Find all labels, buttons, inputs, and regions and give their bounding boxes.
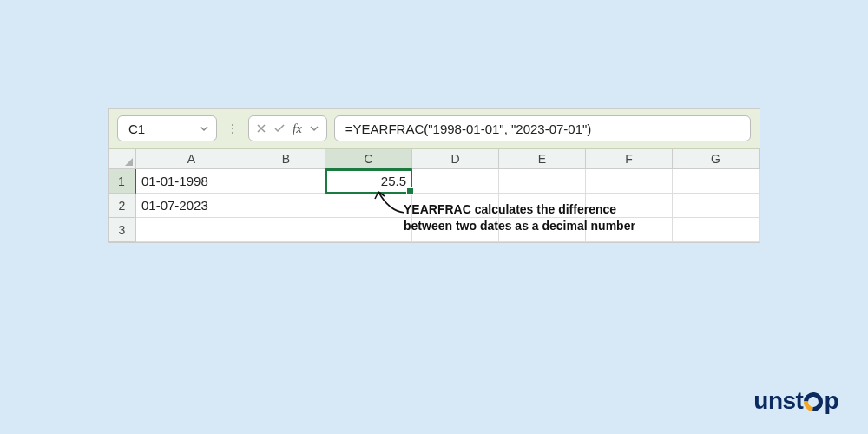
annotation-line2: between two dates as a decimal number: [404, 219, 635, 233]
brand-suffix: p: [824, 387, 838, 414]
cell-g3[interactable]: [673, 218, 760, 242]
col-header-a[interactable]: A: [136, 149, 247, 169]
col-header-b[interactable]: B: [247, 149, 326, 169]
chevron-down-icon[interactable]: [309, 123, 319, 134]
chevron-down-icon[interactable]: [199, 123, 209, 134]
cell-c3[interactable]: [326, 218, 412, 242]
confirm-icon[interactable]: [273, 123, 286, 134]
formula-text: =YEARFRAC("1998-01-01", "2023-07-01"): [345, 122, 592, 136]
col-header-g[interactable]: G: [673, 149, 760, 169]
select-all-corner[interactable]: [108, 149, 136, 169]
cell-a2[interactable]: 01-07-2023: [136, 194, 247, 218]
cell-b1[interactable]: [247, 169, 326, 194]
cell-d1[interactable]: [412, 169, 499, 194]
formula-input[interactable]: =YEARFRAC("1998-01-01", "2023-07-01"): [334, 115, 751, 141]
cell-c2[interactable]: [326, 194, 412, 218]
cell-f1[interactable]: [586, 169, 673, 194]
cell-g1[interactable]: [673, 169, 760, 194]
row-header-3[interactable]: 3: [108, 218, 136, 242]
fx-label: fx: [293, 122, 302, 136]
cell-b2[interactable]: [247, 194, 326, 218]
divider-icon: ⋮: [224, 122, 241, 135]
column-header-row: A B C D E F G: [108, 149, 760, 169]
cell-a3[interactable]: [136, 218, 247, 242]
brand-prefix: unst: [753, 387, 803, 414]
cell-e1[interactable]: [499, 169, 586, 194]
cell-a1[interactable]: 01-01-1998: [136, 169, 247, 194]
fx-controls: fx: [248, 115, 327, 141]
brand-logo: unstp: [753, 387, 838, 415]
col-header-c[interactable]: C: [326, 149, 412, 169]
col-header-f[interactable]: F: [586, 149, 673, 169]
row-header-1[interactable]: 1: [108, 169, 136, 194]
cancel-icon[interactable]: [256, 123, 266, 134]
formula-bar: C1 ⋮ fx =YEARFRAC("1998-01-01", "2023-07…: [108, 108, 760, 149]
cell-g2[interactable]: [673, 194, 760, 218]
name-box[interactable]: C1: [117, 115, 217, 141]
cell-reference: C1: [128, 122, 145, 136]
cell-b3[interactable]: [247, 218, 326, 242]
col-header-e[interactable]: E: [499, 149, 586, 169]
annotation-line1: YEARFRAC calculates the difference: [404, 202, 616, 216]
row-header-2[interactable]: 2: [108, 194, 136, 218]
cell-c1[interactable]: 25.5: [326, 169, 412, 194]
table-row: 1 01-01-1998 25.5: [108, 169, 760, 194]
annotation-text: YEARFRAC calculates the difference betwe…: [404, 201, 673, 234]
col-header-d[interactable]: D: [412, 149, 499, 169]
